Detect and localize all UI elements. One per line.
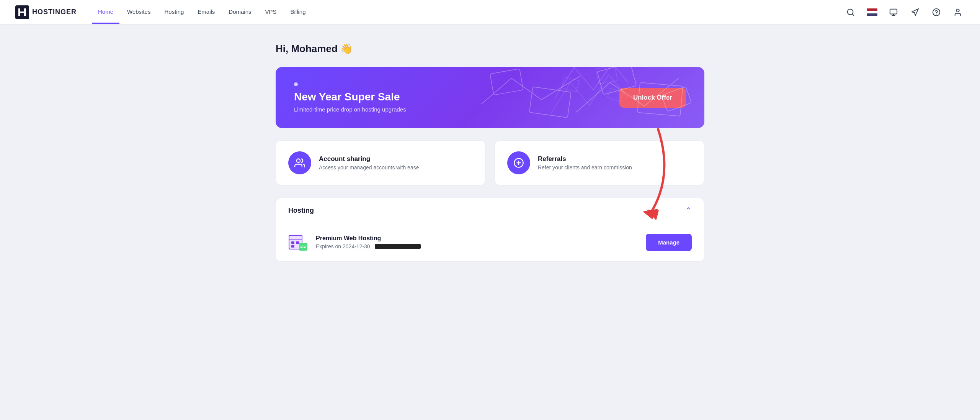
help-button[interactable]	[929, 5, 943, 19]
account-sharing-icon	[288, 151, 311, 174]
account-sharing-desc: Access your managed accounts with ease	[319, 164, 419, 171]
greeting-text: Hi, Mohamed 👋	[276, 43, 704, 55]
search-button[interactable]	[844, 5, 858, 19]
banner-subtitle: Limited-time price drop on hosting upgra…	[294, 106, 406, 113]
promo-banner: New Year Super Sale Limited-time price d…	[276, 67, 704, 128]
nav-menu: Home Websites Hosting Emails Domains VPS…	[92, 1, 844, 24]
account-sharing-info: Account sharing Access your managed acco…	[319, 155, 419, 171]
svg-rect-3	[890, 9, 897, 14]
nav-home[interactable]: Home	[92, 1, 119, 24]
hosting-plan-name: Premium Web Hosting	[316, 235, 638, 242]
svg-point-8	[956, 9, 959, 11]
hosting-item: Premium Web Hosting Expires on 2024-12-3…	[276, 223, 704, 261]
manage-button[interactable]: Manage	[646, 234, 692, 251]
svg-line-2	[852, 14, 854, 15]
collapse-chevron-icon[interactable]: ⌃	[685, 206, 692, 215]
svg-rect-26	[301, 247, 302, 248]
banner-title: New Year Super Sale	[294, 91, 406, 103]
svg-rect-27	[304, 247, 305, 248]
svg-rect-21	[291, 241, 294, 244]
flag-button[interactable]	[865, 5, 879, 19]
svg-rect-23	[291, 245, 294, 248]
svg-rect-10	[529, 87, 571, 118]
nav-websites[interactable]: Websites	[121, 1, 157, 24]
referrals-title: Referrals	[538, 155, 632, 163]
referrals-desc: Refer your clients and earn commission	[538, 164, 632, 171]
account-sharing-card[interactable]: Account sharing Access your managed acco…	[276, 140, 485, 185]
megaphone-icon	[911, 8, 919, 16]
cards-row: Account sharing Access your managed acco…	[276, 140, 704, 185]
premium-hosting-icon	[288, 232, 308, 252]
banner-content: New Year Super Sale Limited-time price d…	[294, 82, 406, 113]
logo-icon	[15, 5, 29, 19]
banner-dot	[294, 82, 298, 86]
nav-billing[interactable]: Billing	[284, 1, 312, 24]
svg-rect-9	[490, 69, 523, 95]
referrals-card[interactable]: Referrals Refer your clients and earn co…	[495, 140, 704, 185]
redacted-info	[375, 244, 421, 249]
referrals-info: Referrals Refer your clients and earn co…	[538, 155, 632, 171]
svg-point-14	[297, 159, 300, 162]
user-icon	[954, 8, 962, 16]
unlock-offer-button[interactable]: Unlock Offer	[619, 88, 686, 108]
navbar-actions	[844, 5, 965, 19]
svg-rect-22	[296, 241, 299, 244]
nav-emails[interactable]: Emails	[191, 1, 221, 24]
referrals-icon	[507, 151, 530, 174]
monitor-button[interactable]	[887, 5, 900, 19]
navbar: HOSTINGER Home Websites Hosting Emails D…	[0, 0, 980, 25]
hosting-section-title: Hosting	[288, 207, 314, 215]
monitor-icon	[889, 8, 898, 16]
logo-text: HOSTINGER	[32, 8, 77, 16]
logo[interactable]: HOSTINGER	[15, 5, 77, 19]
main-content: Hi, Mohamed 👋 New Year Super Sale Limite…	[260, 25, 720, 280]
question-icon	[932, 8, 941, 16]
svg-rect-24	[299, 243, 307, 251]
hosting-item-details: Premium Web Hosting Expires on 2024-12-3…	[316, 235, 638, 249]
account-sharing-title: Account sharing	[319, 155, 419, 163]
search-icon	[846, 8, 855, 16]
user-button[interactable]	[951, 5, 965, 19]
hosting-expiry: Expires on 2024-12-30	[316, 243, 638, 249]
nav-vps[interactable]: VPS	[259, 1, 283, 24]
us-flag-icon	[867, 8, 877, 16]
nav-domains[interactable]: Domains	[222, 1, 257, 24]
hosting-header: Hosting ⌃	[276, 198, 704, 223]
megaphone-button[interactable]	[908, 5, 922, 19]
hosting-section: Hosting ⌃ P	[276, 198, 704, 262]
nav-hosting[interactable]: Hosting	[158, 1, 190, 24]
